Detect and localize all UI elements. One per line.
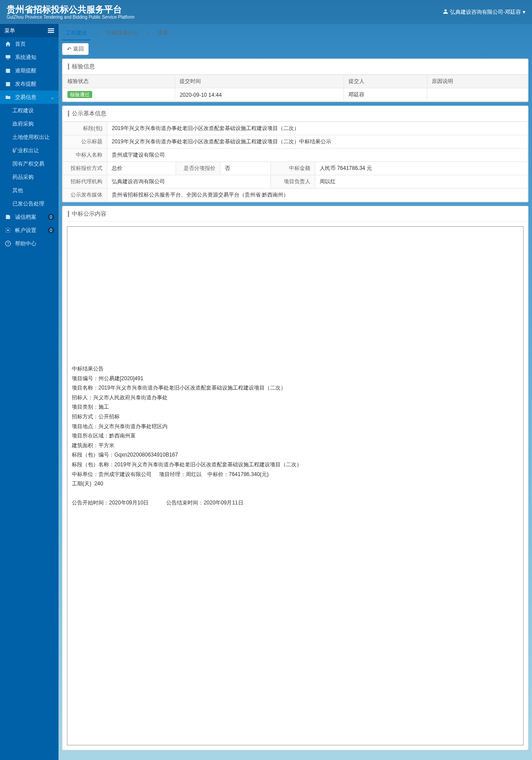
svg-point-0 xyxy=(7,229,9,231)
line: 项目地点：兴义市兴泰街道办事处辖区内 xyxy=(72,422,519,432)
gear-icon xyxy=(4,227,12,234)
label-notice-title: 公示标题 xyxy=(63,135,107,149)
back-button[interactable]: ↶ 返回 xyxy=(62,43,89,55)
back-icon: ↶ xyxy=(67,46,71,52)
line: 招标方式：公开招标 xyxy=(72,412,519,422)
menu-label: 菜单 xyxy=(4,27,15,35)
info-table: 标段(包) 2019年兴义市兴泰街道办事处老旧小区改造配套基础设施工程建设项目（… xyxy=(63,122,528,202)
label-quote: 投标报价方式 xyxy=(63,162,107,175)
nav-home[interactable]: 首页 xyxy=(0,37,59,51)
user-info[interactable]: 弘典建设咨询有限公司-邓廷容 ▾ xyxy=(443,8,525,16)
line: 标段（包）名称：2019年兴义市兴泰街道办事处老旧小区改造配套基础设施工程建设项… xyxy=(72,460,519,470)
val-winner: 贵州成宇建设有限公司 xyxy=(107,149,528,162)
table-row: 核验通过 2020-09-10 14:44 邓廷容 xyxy=(63,88,528,102)
nav-land[interactable]: 土地使用权出让 xyxy=(0,130,59,144)
calendar-icon xyxy=(4,80,12,87)
user-label: 弘典建设咨询有限公司-邓廷容 xyxy=(450,8,521,16)
line: 标段（包）编号：Gqxn2020080634910B167 xyxy=(72,450,519,460)
val-segment: 2019年兴义市兴泰街道办事处老旧小区改造配套基础设施工程建设项目（二次） xyxy=(107,122,528,135)
line: 公告开始时间：2020年09月10日 公告结束时间：2020年09月11日 xyxy=(72,498,519,508)
line: 招标人：兴义市人民政府兴泰街道办事处 xyxy=(72,393,519,403)
crumb-l1[interactable]: 工程建设 xyxy=(62,27,90,40)
folder-icon xyxy=(4,94,12,101)
line: 项目名称：2019年兴义市兴泰街道办事处老旧小区改造配套基础设施工程建设项目（二… xyxy=(72,383,519,393)
content-panel: 中标公示内容 中标结果公告 项目编号：州公易建[2020]491 项目名称：20… xyxy=(62,206,528,750)
val-amount: 人民币 7641786.34 元 xyxy=(315,162,528,175)
profile-icon xyxy=(4,213,12,221)
th-time: 提交时间 xyxy=(175,75,344,88)
line: 项目编号：州公易建[2020]491 xyxy=(72,374,519,384)
val-media: 贵州省招标投标公共服务平台、全国公共资源交易平台（贵州省·黔西南州） xyxy=(107,189,528,202)
sidebar: 菜单 首页 系统通知 逾期提醒 发布提醒 交易信息 ⌄ 工程建设 政府采购 土地… xyxy=(0,24,59,760)
crumb-l2[interactable]: 中标结果公示 xyxy=(103,27,142,40)
cell-reason xyxy=(427,88,528,102)
help-icon: ? xyxy=(4,240,12,247)
val-quote: 总价 xyxy=(107,162,176,175)
check-title: 核验信息 xyxy=(63,59,528,75)
check-panel: 核验信息 核验状态 提交时间 提交人 原因说明 核验通过 2020-09-10 … xyxy=(62,59,528,102)
check-table: 核验状态 提交时间 提交人 原因说明 核验通过 2020-09-10 14:44… xyxy=(63,75,528,102)
nav-overdue[interactable]: 逾期提醒 xyxy=(0,64,59,77)
line: 建筑面积：平方米 xyxy=(72,441,519,451)
monitor-icon xyxy=(4,54,12,61)
line: 中标结果公告 xyxy=(72,364,519,374)
label-split: 是否分项报价 xyxy=(176,162,220,175)
basic-panel: 公示基本信息 标段(包) 2019年兴义市兴泰街道办事处老旧小区改造配套基础设施… xyxy=(62,106,528,202)
val-pm: 周以红 xyxy=(315,175,528,189)
announcement-content: 中标结果公告 项目编号：州公易建[2020]491 项目名称：2019年兴义市兴… xyxy=(67,226,524,745)
line: 项目类别：施工 xyxy=(72,402,519,412)
nav-gov[interactable]: 政府采购 xyxy=(0,117,59,130)
nav-notice[interactable]: 系统通知 xyxy=(0,51,59,64)
nav-account[interactable]: 帐户设置 0 xyxy=(0,224,59,237)
crumb-l3: 查看 xyxy=(154,27,172,40)
content-title: 中标公示内容 xyxy=(63,206,528,222)
crumb-sep: › xyxy=(92,27,101,40)
val-split: 否 xyxy=(220,162,271,175)
sidebar-header: 菜单 xyxy=(0,24,59,37)
user-icon xyxy=(443,9,448,16)
hamburger-icon[interactable] xyxy=(48,28,54,33)
cell-time: 2020-09-10 14:44 xyxy=(175,88,344,102)
line: 项目所在区域：黔西南州直 xyxy=(72,431,519,441)
label-media: 公示发布媒体 xyxy=(63,189,107,202)
title-cn: 贵州省招标投标公共服务平台 xyxy=(7,4,134,15)
nav-processed[interactable]: 已发公告处理 xyxy=(0,197,59,210)
label-segment: 标段(包) xyxy=(63,122,107,135)
label-winner: 中标人名称 xyxy=(63,149,107,162)
nav-drug[interactable]: 药品采购 xyxy=(0,170,59,184)
platform-title: 贵州省招标投标公共服务平台 GuiZhou Province Tendering… xyxy=(7,4,134,20)
th-reason: 原因说明 xyxy=(427,75,528,88)
th-status: 核验状态 xyxy=(63,75,175,88)
crumb-sep: › xyxy=(144,27,153,40)
th-submitter: 提交人 xyxy=(344,75,427,88)
val-agent: 弘典建设咨询有限公司 xyxy=(107,175,271,189)
nav-other[interactable]: 其他 xyxy=(0,184,59,197)
badge: 0 xyxy=(48,214,54,220)
line: 中标单位：贵州成宇建设有限公司 项目经理：周红以 中标价：7641786.340… xyxy=(72,470,519,480)
nav-credit[interactable]: 诚信档案 0 xyxy=(0,210,59,224)
title-en: GuiZhou Province Tendering and Bidding P… xyxy=(7,15,134,20)
label-pm: 项目负责人 xyxy=(271,175,315,189)
nav-construction[interactable]: 工程建设 xyxy=(0,104,59,117)
label-agent: 招标代理机构 xyxy=(63,175,107,189)
basic-title: 公示基本信息 xyxy=(63,106,528,122)
line: 工期(天) 240 xyxy=(72,479,519,489)
cell-submitter: 邓廷容 xyxy=(344,88,427,102)
calendar-icon xyxy=(4,67,12,74)
nav-mining[interactable]: 矿业权出让 xyxy=(0,144,59,157)
label-amount: 中标金额 xyxy=(271,162,315,175)
home-icon xyxy=(4,40,12,47)
nav-trade[interactable]: 交易信息 ⌄ xyxy=(0,91,59,104)
nav-state[interactable]: 国有产权交易 xyxy=(0,157,59,170)
caret-down-icon: ▾ xyxy=(523,9,525,15)
val-notice-title: 2019年兴义市兴泰街道办事处老旧小区改造配套基础设施工程建设项目（二次）中标结… xyxy=(107,135,528,149)
collapse-icon: ⌄ xyxy=(51,95,54,100)
breadcrumb: 工程建设 › 中标结果公示 › 查看 xyxy=(62,27,528,40)
nav-publish[interactable]: 发布提醒 xyxy=(0,77,59,91)
svg-text:?: ? xyxy=(7,242,9,246)
status-badge: 核验通过 xyxy=(67,91,92,98)
nav-help[interactable]: ? 帮助中心 xyxy=(0,237,59,250)
badge: 0 xyxy=(48,227,54,233)
